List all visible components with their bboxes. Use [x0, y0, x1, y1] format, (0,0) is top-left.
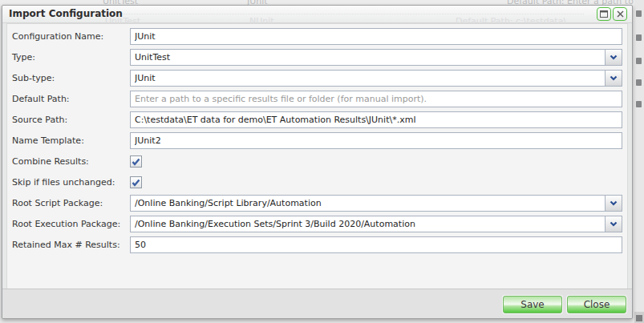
- type-input[interactable]: [130, 49, 622, 66]
- source-path-input[interactable]: [130, 111, 622, 128]
- chevron-down-icon: [610, 221, 618, 227]
- root-execution-package-label: Root Execution Package:: [12, 216, 128, 232]
- combine-results-checkbox[interactable]: [130, 155, 142, 168]
- form-row: Skip if files unchanged:: [12, 174, 624, 191]
- skip-if-files-unchanged-checkbox[interactable]: [130, 176, 142, 188]
- form-row: Retained Max # Results:: [12, 236, 624, 253]
- background-artifact: [99, 14, 584, 14]
- chevron-down-icon: [610, 55, 618, 60]
- form-row: Combine Results:: [12, 153, 624, 170]
- background-edge-strip: [634, 0, 644, 323]
- maximize-button[interactable]: [597, 7, 611, 21]
- form-row: Name Template:: [12, 132, 624, 149]
- type-dropdown-trigger[interactable]: [605, 50, 622, 65]
- root-script-package-label: Root Script Package:: [12, 195, 128, 212]
- check-icon: [132, 179, 140, 187]
- default-path-input[interactable]: [130, 91, 622, 107]
- background-artifact: [636, 315, 642, 321]
- import-configuration-dialog: UnitTest NUnit Default Path: c:\testdata…: [2, 5, 633, 319]
- check-icon: [132, 158, 140, 166]
- save-button[interactable]: Save: [503, 296, 562, 313]
- background-artifact: [636, 34, 642, 41]
- type-label: Type:: [12, 49, 128, 66]
- background-artifact: [636, 79, 642, 86]
- background-artifact: [636, 58, 642, 64]
- retained-max-results-label: Retained Max # Results:: [12, 236, 128, 253]
- retained-max-results-input[interactable]: [130, 236, 622, 253]
- dialog-titlebar[interactable]: UnitTest NUnit Default Path: c:\testdata…: [2, 6, 632, 23]
- dialog-footer: Save Close: [2, 289, 632, 318]
- combine-results-label: Combine Results:: [12, 153, 128, 170]
- close-button-footer[interactable]: Close: [567, 296, 626, 313]
- form-row: Default Path:: [12, 91, 624, 107]
- dialog-title: Import Configuration: [9, 8, 123, 19]
- source-path-label: Source Path:: [12, 111, 128, 128]
- configuration-name-label: Configuration Name:: [12, 28, 128, 45]
- type-combobox[interactable]: [130, 49, 622, 66]
- root-script-package-combobox[interactable]: [130, 195, 622, 212]
- root-execution-package-dropdown-trigger[interactable]: [605, 216, 622, 232]
- configuration-name-input[interactable]: [130, 28, 622, 45]
- root-execution-package-input[interactable]: [130, 216, 622, 232]
- close-icon: [617, 10, 624, 18]
- sub-type-dropdown-trigger[interactable]: [605, 71, 622, 86]
- sub-type-input[interactable]: [130, 70, 622, 87]
- sub-type-label: Sub-type:: [12, 70, 128, 87]
- background-artifact: [636, 101, 642, 107]
- root-execution-package-combobox[interactable]: [130, 216, 622, 232]
- form-row: Root Script Package:: [12, 195, 624, 212]
- name-template-label: Name Template:: [12, 132, 128, 149]
- form-row: Root Execution Package:: [12, 216, 624, 232]
- maximize-icon: [600, 10, 608, 18]
- chevron-down-icon: [610, 75, 618, 81]
- form-row: Source Path:: [12, 111, 624, 128]
- default-path-label: Default Path:: [12, 91, 128, 107]
- form-panel: Configuration Name: Type: Sub-type:: [6, 23, 628, 289]
- close-button[interactable]: [613, 7, 627, 21]
- skip-if-files-unchanged-label: Skip if files unchanged:: [12, 174, 128, 191]
- form-row: Sub-type:: [12, 70, 624, 87]
- name-template-input[interactable]: [130, 132, 622, 149]
- root-script-package-input[interactable]: [130, 195, 622, 212]
- sub-type-combobox[interactable]: [130, 70, 622, 87]
- chevron-down-icon: [610, 200, 618, 206]
- background-artifact: [636, 10, 642, 17]
- form-row: Type:: [12, 49, 624, 66]
- root-script-package-dropdown-trigger[interactable]: [605, 196, 622, 211]
- form-row: Configuration Name:: [12, 28, 624, 45]
